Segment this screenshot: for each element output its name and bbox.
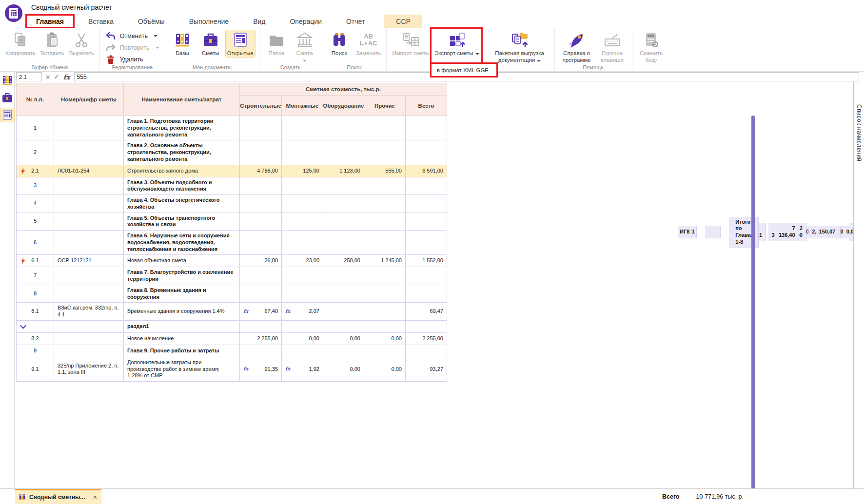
row-value-cell[interactable]: fx1,92 bbox=[282, 357, 323, 382]
row-code-cell[interactable]: ОСР 1212121 bbox=[54, 255, 124, 267]
row-value-cell[interactable] bbox=[282, 140, 323, 165]
table-row[interactable]: ИГ8Итого по Главам 1-87 136,40150,071 38… bbox=[678, 83, 853, 382]
folder-button[interactable]: Папка bbox=[263, 30, 290, 64]
tab-vid[interactable]: Вид bbox=[248, 15, 270, 28]
row-code-cell[interactable] bbox=[54, 195, 124, 213]
row-value-cell[interactable]: 125,00 bbox=[282, 165, 323, 177]
tab-ssr[interactable]: ССР bbox=[384, 15, 422, 28]
row-code-cell[interactable] bbox=[54, 333, 124, 345]
row-value-cell[interactable] bbox=[323, 321, 364, 333]
row-value-cell[interactable] bbox=[323, 116, 364, 140]
confirm-icon[interactable]: ✓ bbox=[54, 74, 59, 80]
chevron-down-icon[interactable] bbox=[156, 47, 159, 49]
row-value-cell[interactable]: 0,00 bbox=[323, 333, 364, 345]
row-code-cell[interactable] bbox=[54, 231, 124, 255]
row-value-cell[interactable] bbox=[282, 231, 323, 255]
right-panel-tab[interactable]: Список начислений bbox=[853, 82, 864, 489]
table-row[interactable]: 6.1ОСР 1212121Новая объектная смета26,00… bbox=[17, 255, 447, 267]
chevron-down-icon[interactable] bbox=[154, 35, 157, 37]
table-row[interactable]: 3Глава 3. Объекты подсобного и обслужива… bbox=[17, 177, 447, 195]
row-value-cell[interactable]: 0,00 bbox=[323, 357, 364, 382]
tab-obyomy[interactable]: Объёмы bbox=[133, 15, 170, 28]
cell-reference-box[interactable]: 2.1 bbox=[16, 72, 42, 81]
row-name-cell[interactable]: Глава 6. Наружные сети и сооружения водо… bbox=[124, 231, 240, 255]
row-name-cell[interactable]: Глава 5. Объекты транспортного хозяйства… bbox=[124, 213, 240, 231]
row-num-cell[interactable]: 8 bbox=[17, 285, 54, 303]
row-code-cell[interactable] bbox=[54, 177, 124, 195]
row-value-cell[interactable] bbox=[282, 213, 323, 231]
row-value-cell[interactable]: 26,00 bbox=[240, 255, 282, 267]
row-value-cell[interactable] bbox=[240, 177, 282, 195]
row-num-cell[interactable]: 7 bbox=[17, 267, 54, 285]
row-value-cell[interactable] bbox=[406, 321, 447, 333]
row-value-cell[interactable] bbox=[364, 267, 406, 285]
paste-button[interactable]: Вставить bbox=[39, 30, 66, 58]
table-row[interactable]: 9.1325/пр Приложение 2, п. 1.1, зона III… bbox=[17, 357, 447, 382]
row-value-cell[interactable] bbox=[240, 140, 282, 165]
row-name-cell[interactable]: Дополнительные затраты при производстве … bbox=[124, 357, 240, 382]
row-value-cell[interactable]: 0,00 bbox=[282, 333, 323, 345]
row-num-cell[interactable]: 6.1 bbox=[17, 255, 54, 267]
row-num-cell[interactable]: 8.1 bbox=[17, 303, 54, 321]
export-menu-item-xml-gge[interactable]: в формат XML GGE bbox=[430, 62, 498, 78]
row-value-cell[interactable]: 7 136,40 bbox=[775, 223, 799, 241]
row-value-cell[interactable] bbox=[364, 213, 406, 231]
tab-operacii[interactable]: Операции bbox=[285, 15, 327, 28]
row-code-cell[interactable] bbox=[54, 267, 124, 285]
row-value-cell[interactable] bbox=[364, 195, 406, 213]
fx-icon[interactable]: fx bbox=[63, 73, 70, 81]
hotkeys-button[interactable]: Горячие клавиши bbox=[596, 30, 628, 64]
row-name-cell[interactable]: Глава 3. Объекты подсобного и обслуживаю… bbox=[124, 177, 240, 195]
row-code-cell[interactable] bbox=[54, 285, 124, 303]
row-value-cell[interactable] bbox=[364, 177, 406, 195]
new-estimate-button[interactable]: Смета bbox=[291, 30, 318, 64]
column-header[interactable]: Оборудование bbox=[323, 96, 364, 116]
row-value-cell[interactable] bbox=[406, 267, 447, 285]
row-num-cell[interactable]: 5 bbox=[17, 213, 54, 231]
row-value-cell[interactable]: fx2,07 bbox=[282, 303, 323, 321]
table-row[interactable]: 4Глава 4. Объекты энергетического хозяйс… bbox=[17, 195, 447, 213]
opened-button[interactable]: Открытые bbox=[225, 30, 255, 58]
row-value-cell[interactable] bbox=[406, 231, 447, 255]
row-value-cell[interactable] bbox=[364, 116, 406, 140]
table-row[interactable]: 1Глава 1. Подготовка территории строител… bbox=[17, 116, 447, 140]
table-row[interactable]: 5Глава 5. Объекты транспортного хозяйств… bbox=[17, 213, 447, 231]
row-value-cell[interactable] bbox=[364, 140, 406, 165]
undo-button[interactable]: Отменить bbox=[103, 31, 161, 41]
row-value-cell[interactable] bbox=[240, 267, 282, 285]
row-value-cell[interactable] bbox=[364, 231, 406, 255]
row-num-cell[interactable]: 2.1 bbox=[17, 165, 54, 177]
tab-otchet[interactable]: Отчет bbox=[341, 15, 370, 28]
row-name-cell[interactable]: Глава 8. Временные здания и сооружения bbox=[124, 285, 240, 303]
cut-button[interactable]: Вырезать bbox=[67, 30, 96, 58]
table-row[interactable]: 7Глава 7. Благоустройство и озеленение т… bbox=[17, 267, 447, 285]
row-value-cell[interactable]: 1 552,00 bbox=[406, 255, 447, 267]
row-value-cell[interactable]: 4 788,00 bbox=[240, 165, 282, 177]
row-value-cell[interactable]: 150,07 bbox=[816, 226, 840, 238]
row-code-cell[interactable]: ВЗиС кап.рем. 332/пр, п. 4.1 bbox=[54, 303, 124, 321]
close-icon[interactable]: × bbox=[93, 493, 97, 501]
row-value-cell[interactable] bbox=[406, 285, 447, 303]
batch-export-button[interactable]: Пакетная выгрузка документации bbox=[489, 30, 551, 64]
row-value-cell[interactable] bbox=[323, 177, 364, 195]
row-value-cell[interactable]: 69,47 bbox=[406, 303, 447, 321]
estimates-button[interactable]: Сметы bbox=[197, 30, 224, 58]
search-button[interactable]: Поиск bbox=[326, 30, 353, 58]
tab-vypolnenie[interactable]: Выполнение bbox=[184, 15, 234, 28]
table-row[interactable]: 8Глава 8. Временные здания и сооружения bbox=[17, 285, 447, 303]
table-row[interactable]: 6Глава 6. Наружные сети и сооружения вод… bbox=[17, 231, 447, 255]
row-code-cell[interactable]: 325/пр Приложение 2, п. 1.1, зона III bbox=[54, 357, 124, 382]
row-code-cell[interactable] bbox=[54, 321, 124, 333]
row-value-cell[interactable]: 2 255,00 bbox=[240, 333, 282, 345]
row-value-cell[interactable] bbox=[323, 285, 364, 303]
tab-vstavka[interactable]: Вставка bbox=[83, 15, 118, 28]
row-code-cell[interactable] bbox=[708, 226, 715, 238]
row-num-cell[interactable]: 2 bbox=[17, 140, 54, 165]
row-num-cell[interactable]: 8.2 bbox=[17, 333, 54, 345]
column-header-num[interactable]: № п.п. bbox=[17, 83, 54, 116]
row-value-cell[interactable]: 93,27 bbox=[406, 357, 447, 382]
change-base-button[interactable]: Сменить базу bbox=[636, 30, 667, 64]
vertical-scrollbar[interactable] bbox=[751, 116, 755, 489]
row-value-cell[interactable] bbox=[406, 177, 447, 195]
row-value-cell[interactable] bbox=[364, 285, 406, 303]
